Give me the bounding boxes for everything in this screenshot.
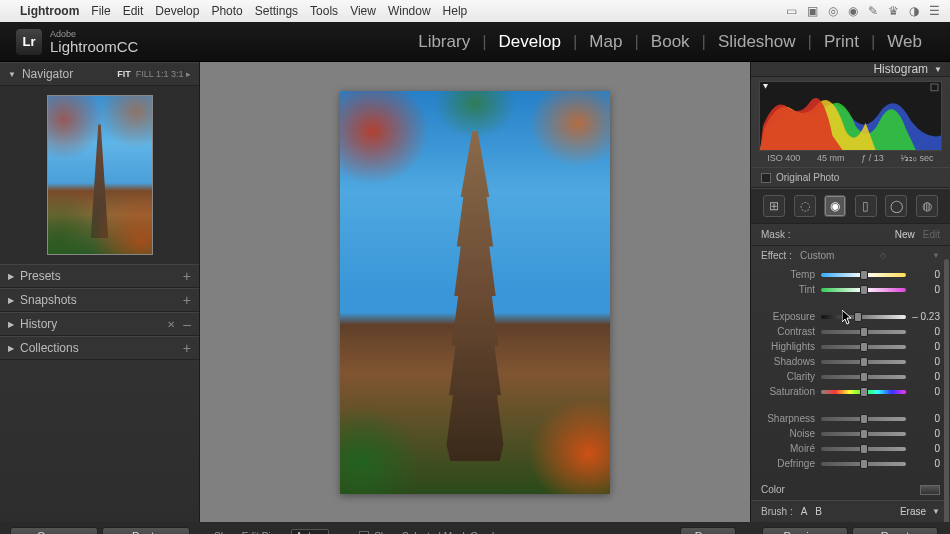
color-swatch[interactable] — [920, 485, 940, 495]
slider-knob[interactable] — [860, 429, 868, 439]
mask-edit-button[interactable]: Edit — [923, 229, 940, 240]
original-photo-toggle[interactable]: Original Photo — [751, 167, 950, 188]
brush-erase-button[interactable]: Erase — [900, 506, 926, 517]
module-map[interactable]: Map — [577, 32, 634, 52]
slider-track[interactable] — [821, 390, 906, 394]
brush-a-button[interactable]: A — [801, 506, 808, 517]
slider-knob[interactable] — [860, 342, 868, 352]
history-header[interactable]: ▶History✕– — [0, 312, 199, 336]
plus-icon[interactable]: + — [183, 292, 191, 308]
slider-value[interactable]: 0 — [912, 326, 940, 337]
effect-value[interactable]: Custom — [800, 250, 834, 261]
tray-evernote-icon[interactable]: ✎ — [868, 4, 878, 18]
reset-button[interactable]: Reset — [852, 527, 938, 535]
menu-edit[interactable]: Edit — [123, 4, 144, 18]
slider-knob[interactable] — [860, 270, 868, 280]
photo-canvas[interactable] — [200, 62, 750, 522]
module-slideshow[interactable]: Slideshow — [706, 32, 808, 52]
slider-track[interactable] — [821, 432, 906, 436]
module-develop[interactable]: Develop — [487, 32, 573, 52]
slider-knob[interactable] — [860, 327, 868, 337]
menu-view[interactable]: View — [350, 4, 376, 18]
slider-knob[interactable] — [860, 387, 868, 397]
brush-b-button[interactable]: B — [815, 506, 822, 517]
checkbox-icon[interactable] — [761, 173, 771, 183]
navigator-thumbnail[interactable] — [47, 95, 153, 255]
menu-help[interactable]: Help — [443, 4, 468, 18]
plus-icon[interactable]: + — [183, 340, 191, 356]
slider-value[interactable]: – 0.23 — [912, 311, 940, 322]
tray-display-icon[interactable]: ▭ — [786, 4, 797, 18]
slider-track[interactable] — [821, 345, 906, 349]
menu-photo[interactable]: Photo — [211, 4, 242, 18]
gradient-tool-icon[interactable]: ▯ — [855, 195, 877, 217]
preview-photo[interactable] — [340, 91, 610, 494]
disclosure-icon[interactable]: ▼ — [932, 507, 940, 516]
slider-track[interactable] — [821, 417, 906, 421]
slider-knob[interactable] — [860, 285, 868, 295]
tray-menu-icon[interactable]: ☰ — [929, 4, 940, 18]
x-icon[interactable]: ✕ — [167, 319, 175, 330]
slider-value[interactable]: 0 — [912, 458, 940, 469]
paste-button[interactable]: Paste — [102, 527, 190, 535]
module-library[interactable]: Library — [406, 32, 482, 52]
right-panel-scrollbar[interactable] — [944, 259, 949, 522]
slider-track[interactable] — [821, 315, 906, 319]
slider-knob[interactable] — [860, 372, 868, 382]
tray-dropdown-icon[interactable]: ◑ — [909, 4, 919, 18]
collections-header[interactable]: ▶Collections+ — [0, 336, 199, 360]
menu-window[interactable]: Window — [388, 4, 431, 18]
presets-header[interactable]: ▶Presets+ — [0, 264, 199, 288]
menu-develop[interactable]: Develop — [155, 4, 199, 18]
tray-camera-icon[interactable]: ▣ — [807, 4, 818, 18]
spot-tool-icon[interactable]: ◌ — [794, 195, 816, 217]
module-print[interactable]: Print — [812, 32, 871, 52]
slider-knob[interactable] — [860, 357, 868, 367]
slider-value[interactable]: 0 — [912, 413, 940, 424]
copy-button[interactable]: Copy... — [10, 527, 98, 535]
histogram-header[interactable]: Histogram▼ — [751, 62, 950, 77]
slider-value[interactable]: 0 — [912, 371, 940, 382]
previous-button[interactable]: Previous — [762, 527, 848, 535]
slider-knob[interactable] — [854, 312, 862, 322]
slider-track[interactable] — [821, 273, 906, 277]
slider-value[interactable]: 0 — [912, 341, 940, 352]
navigator-header[interactable]: ▼ Navigator FITFILL 1:1 3:1 ▸ — [0, 62, 199, 86]
slider-knob[interactable] — [860, 414, 868, 424]
snapshots-header[interactable]: ▶Snapshots+ — [0, 288, 199, 312]
brush-tool-icon[interactable]: ◍ — [916, 195, 938, 217]
slider-knob[interactable] — [860, 459, 868, 469]
dropdown-icon[interactable]: ◇ — [880, 251, 886, 260]
done-button[interactable]: Done — [680, 527, 736, 535]
menu-file[interactable]: File — [91, 4, 110, 18]
slider-track[interactable] — [821, 375, 906, 379]
tray-shield-icon[interactable]: ♛ — [888, 4, 899, 18]
menubar-appname[interactable]: Lightroom — [20, 4, 79, 18]
slider-track[interactable] — [821, 447, 906, 451]
module-book[interactable]: Book — [639, 32, 702, 52]
menu-tools[interactable]: Tools — [310, 4, 338, 18]
slider-value[interactable]: 0 — [912, 269, 940, 280]
module-web[interactable]: Web — [875, 32, 934, 52]
crop-tool-icon[interactable]: ⊞ — [763, 195, 785, 217]
histogram[interactable] — [759, 81, 942, 151]
tray-cc-icon[interactable]: ◉ — [848, 4, 858, 18]
slider-value[interactable]: 0 — [912, 386, 940, 397]
slider-track[interactable] — [821, 330, 906, 334]
show-edit-pins-select[interactable]: Auto ▾ — [291, 529, 329, 535]
slider-knob[interactable] — [860, 444, 868, 454]
radial-tool-icon[interactable]: ◯ — [885, 195, 907, 217]
slider-value[interactable]: 0 — [912, 428, 940, 439]
slider-track[interactable] — [821, 360, 906, 364]
slider-value[interactable]: 0 — [912, 284, 940, 295]
redeye-tool-icon[interactable]: ◉ — [824, 195, 846, 217]
slider-value[interactable]: 0 — [912, 356, 940, 367]
slider-track[interactable] — [821, 288, 906, 292]
slider-track[interactable] — [821, 462, 906, 466]
show-mask-overlay[interactable]: Show Selected Mask Overlay — [359, 531, 505, 535]
mask-new-button[interactable]: New — [895, 229, 915, 240]
disclosure-icon[interactable]: ▼ — [932, 251, 940, 260]
tray-cloud-icon[interactable]: ◎ — [828, 4, 838, 18]
menu-settings[interactable]: Settings — [255, 4, 298, 18]
plus-icon[interactable]: + — [183, 268, 191, 284]
